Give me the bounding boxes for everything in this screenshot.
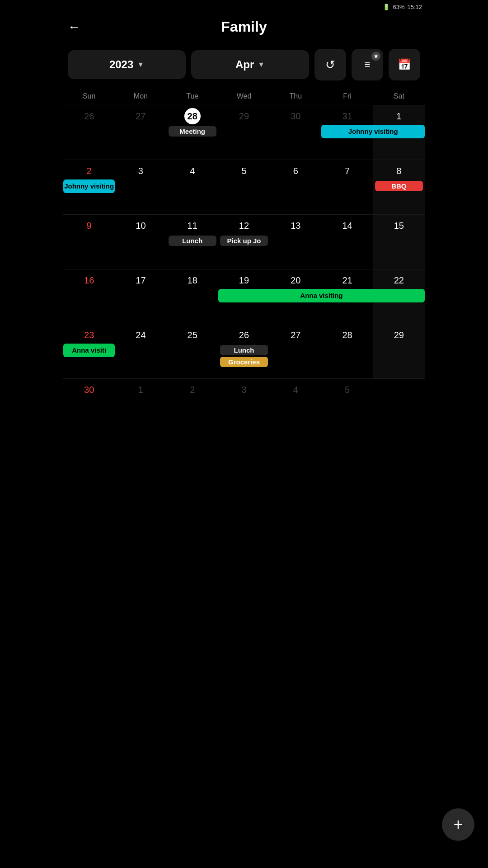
star-badge: ★ <box>371 52 380 61</box>
day-cell-4-2[interactable]: 25 <box>167 324 218 378</box>
day-number: 2 <box>81 163 97 179</box>
day-cell-5-6[interactable] <box>373 379 425 433</box>
day-cell-2-4[interactable]: 13 <box>270 215 321 269</box>
day-number: 26 <box>81 108 97 124</box>
day-number: 13 <box>287 217 304 234</box>
day-cell-4-4[interactable]: 27 <box>270 324 321 378</box>
day-number: 3 <box>236 382 252 398</box>
day-cell-2-2[interactable]: 11Lunch <box>167 215 218 269</box>
day-headers: SunMonTueWedThuFriSat <box>63 90 425 103</box>
year-picker[interactable]: 2023 ▼ <box>68 50 186 79</box>
day-cell-4-6[interactable]: 29 <box>373 324 425 378</box>
week-row-wrap-3: 16171819Anna Recit202122Anna visiting <box>63 269 425 324</box>
time: 15:12 <box>407 4 422 10</box>
day-header-thu: Thu <box>270 90 321 103</box>
reset-button[interactable]: ↺ <box>314 49 346 80</box>
day-cell-3-2[interactable]: 18 <box>167 269 218 324</box>
day-cell-5-1[interactable]: 1 <box>115 379 166 433</box>
week-row-wrap-0: 262728Meeting2930311Johnny visiting <box>63 105 425 160</box>
day-cell-5-4[interactable]: 4 <box>270 379 321 433</box>
day-cell-5-5[interactable]: 5 <box>321 379 373 433</box>
day-cell-2-6[interactable]: 15 <box>373 215 425 269</box>
day-cell-5-3[interactable]: 3 <box>218 379 270 433</box>
day-number: 27 <box>287 327 304 343</box>
day-cell-0-3[interactable]: 29 <box>218 105 270 160</box>
day-number: 18 <box>184 272 201 288</box>
day-number: 1 <box>132 382 149 398</box>
day-cell-0-4[interactable]: 30 <box>270 105 321 160</box>
week-row-wrap-2: 91011Lunch12Pick up Jo131415 <box>63 214 425 269</box>
day-cell-0-2[interactable]: 28Meeting <box>167 105 218 160</box>
event-chip[interactable]: Meeting <box>169 126 216 137</box>
day-header-tue: Tue <box>167 90 218 103</box>
day-number: 29 <box>391 327 407 343</box>
day-number: 22 <box>391 272 407 288</box>
reset-icon: ↺ <box>325 58 335 72</box>
weeks: 262728Meeting2930311Johnny visiting23456… <box>63 105 425 433</box>
week-row-4: 23242526LunchGroceries272829 <box>63 324 425 378</box>
event-chip[interactable]: Pick up Jo <box>220 236 268 246</box>
day-number: 4 <box>287 382 304 398</box>
controls-row: 2023 ▼ Apr ▼ ↺ ≡ ★ 📅 <box>59 44 429 90</box>
filter-button[interactable]: ≡ ★ <box>352 49 383 80</box>
day-cell-1-2[interactable]: 4 <box>167 160 218 214</box>
event-chip[interactable]: Groceries <box>220 357 268 367</box>
calendar: SunMonTueWedThuFriSat 262728Meeting29303… <box>59 90 429 433</box>
day-number: 19 <box>236 272 252 288</box>
day-number: 8 <box>391 163 407 179</box>
month-picker[interactable]: Apr ▼ <box>191 50 309 79</box>
back-button[interactable]: ← <box>68 20 80 34</box>
day-number: 30 <box>81 382 97 398</box>
day-cell-4-5[interactable]: 28 <box>321 324 373 378</box>
year-arrow: ▼ <box>137 61 144 69</box>
day-cell-1-3[interactable]: 5 <box>218 160 270 214</box>
span-event[interactable]: Anna visiting <box>218 289 425 302</box>
event-chip[interactable]: Lunch <box>220 345 268 355</box>
day-cell-3-0[interactable]: 16 <box>63 269 115 324</box>
day-number: 29 <box>236 108 252 124</box>
day-cell-2-1[interactable]: 10 <box>115 215 166 269</box>
day-number: 2 <box>184 382 201 398</box>
span-event[interactable]: Johnny visiting <box>63 179 115 193</box>
week-row-2: 91011Lunch12Pick up Jo131415 <box>63 214 425 269</box>
day-cell-4-3[interactable]: 26LunchGroceries <box>218 324 270 378</box>
event-chip[interactable]: BBQ <box>375 181 423 191</box>
day-number: 27 <box>132 108 149 124</box>
day-number: 7 <box>339 163 356 179</box>
day-number: 4 <box>184 163 201 179</box>
day-number: 25 <box>184 327 201 343</box>
day-number: 3 <box>132 163 149 179</box>
event-chip[interactable]: Lunch <box>169 236 216 246</box>
day-cell-1-6[interactable]: 8BBQ <box>373 160 425 214</box>
day-number: 20 <box>287 272 304 288</box>
month-label: Apr <box>235 58 254 71</box>
day-number: 26 <box>236 327 252 343</box>
battery-icon: 🔋 <box>383 4 390 10</box>
day-number: 31 <box>339 108 356 124</box>
day-cell-1-1[interactable]: 3 <box>115 160 166 214</box>
day-number: 1 <box>391 108 407 124</box>
day-cell-0-1[interactable]: 27 <box>115 105 166 160</box>
day-cell-2-5[interactable]: 14 <box>321 215 373 269</box>
week-row-wrap-5: 3012345 <box>63 378 425 433</box>
week-row-wrap-4: 23242526LunchGroceries272829Anna visiti <box>63 324 425 378</box>
status-bar: 🔋 63% 15:12 <box>59 0 429 14</box>
day-number: 15 <box>391 217 407 234</box>
span-event[interactable]: Johnny visiting <box>321 125 425 138</box>
day-cell-1-5[interactable]: 7 <box>321 160 373 214</box>
day-cell-4-1[interactable]: 24 <box>115 324 166 378</box>
day-header-wed: Wed <box>218 90 270 103</box>
day-cell-2-3[interactable]: 12Pick up Jo <box>218 215 270 269</box>
calendar-view-button[interactable]: 📅 <box>389 49 420 80</box>
day-number: 5 <box>339 382 356 398</box>
day-cell-5-0[interactable]: 30 <box>63 379 115 433</box>
day-cell-2-0[interactable]: 9 <box>63 215 115 269</box>
day-cell-5-2[interactable]: 2 <box>167 379 218 433</box>
day-cell-0-0[interactable]: 26 <box>63 105 115 160</box>
day-number: 11 <box>184 217 201 234</box>
week-row-wrap-1: 2345678BBQJohnny visiting <box>63 160 425 214</box>
day-cell-1-4[interactable]: 6 <box>270 160 321 214</box>
span-event[interactable]: Anna visiti <box>63 344 115 357</box>
day-number: 6 <box>287 163 304 179</box>
day-cell-3-1[interactable]: 17 <box>115 269 166 324</box>
